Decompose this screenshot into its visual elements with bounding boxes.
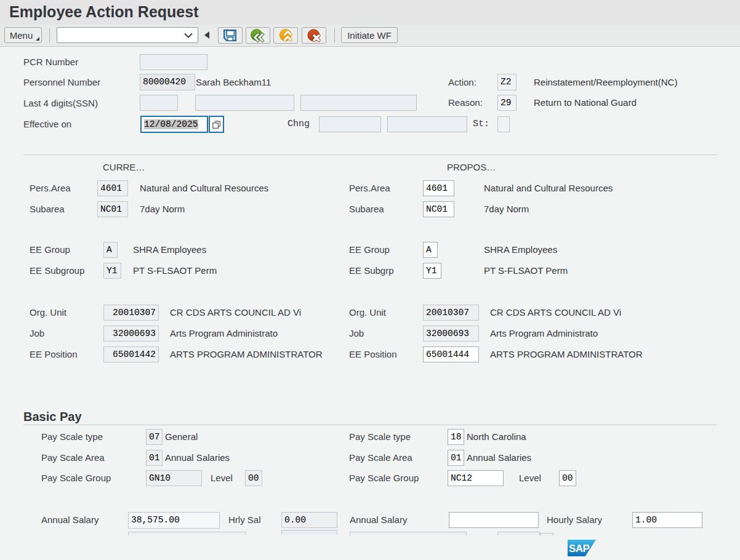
- svg-text:SAP: SAP: [569, 543, 590, 554]
